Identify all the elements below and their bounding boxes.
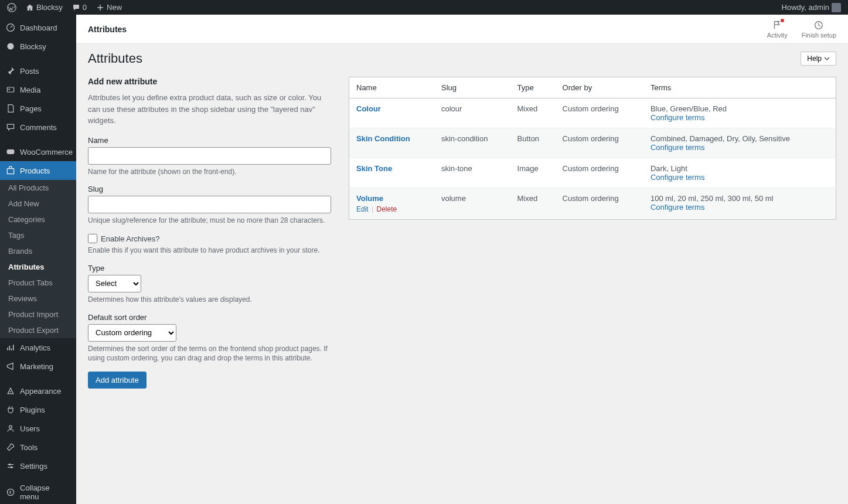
table-row: Colour colour Mixed Custom ordering Blue… [349,98,836,128]
field-name: Name Name for the attribute (shown on th… [88,136,331,177]
help-button[interactable]: Help [801,52,836,66]
menu-posts[interactable]: Posts [0,62,76,80]
attr-slug: skin-condition [434,128,510,158]
menu-label: Marketing [20,362,53,371]
configure-terms-link[interactable]: Configure terms [651,203,704,212]
attr-slug: volume [434,188,510,220]
sub-product-export[interactable]: Product Export [0,322,76,338]
sub-attributes[interactable]: Attributes [0,259,76,275]
appearance-icon [6,386,15,396]
two-column-layout: Add new attribute Attributes let you def… [88,77,836,389]
activity-button[interactable]: Activity [767,20,788,39]
comments-count: 0 [83,3,87,12]
menu-comments[interactable]: Comments [0,118,76,137]
menu-products[interactable]: Products [0,161,76,180]
blocksy-icon [6,42,15,51]
comment-icon [72,4,80,12]
sub-all-products[interactable]: All Products [0,180,76,196]
sub-product-tabs[interactable]: Product Tabs [0,275,76,291]
attributes-table-wrap: Name Slug Type Order by Terms Colour col… [349,77,836,220]
slug-input[interactable] [88,196,331,213]
sort-select[interactable]: Custom ordering [88,324,176,342]
svg-rect-6 [7,169,13,174]
tools-icon [6,442,15,452]
attr-slug: skin-tone [434,158,510,188]
svg-rect-5 [7,149,15,154]
field-slug: Slug Unique slug/reference for the attri… [88,185,331,226]
menu-tools[interactable]: Tools [0,438,76,457]
menu-marketing[interactable]: Marketing [0,357,76,376]
pin-icon [6,66,15,76]
howdy-link[interactable]: Howdy, admin [779,3,843,12]
sort-label: Default sort order [88,313,331,322]
analytics-icon [6,343,15,352]
comments-link[interactable]: 0 [70,3,89,12]
archives-label: Enable Archives? [101,234,159,243]
menu-label: Users [20,424,40,433]
sub-tags[interactable]: Tags [0,227,76,243]
finish-setup-button[interactable]: Finish setup [802,20,836,39]
sub-product-import[interactable]: Product Import [0,307,76,322]
menu-appearance[interactable]: Appearance [0,382,76,400]
menu-settings[interactable]: Settings [0,457,76,475]
type-select[interactable]: Select [88,275,141,292]
attr-slug: colour [434,98,510,128]
menu-label: Pages [20,104,42,113]
sub-add-new[interactable]: Add New [0,196,76,212]
collapse-icon [6,488,15,497]
menu-users[interactable]: Users [0,419,76,438]
menu-media[interactable]: Media [0,80,76,99]
new-link[interactable]: New [94,3,124,12]
attr-type: Mixed [510,188,556,220]
menu-blocksy[interactable]: Blocksy [0,37,76,56]
sub-reviews[interactable]: Reviews [0,291,76,307]
menu-dashboard[interactable]: Dashboard [0,18,76,37]
menu-analytics[interactable]: Analytics [0,338,76,357]
users-icon [6,424,15,433]
attr-name-link[interactable]: Skin Tone [356,164,392,173]
sub-categories[interactable]: Categories [0,212,76,227]
menu-plugins[interactable]: Plugins [0,400,76,419]
menu-label: Blocksy [20,42,46,51]
header-actions: Activity Finish setup [767,20,836,39]
sub-brands[interactable]: Brands [0,243,76,259]
name-input[interactable] [88,147,331,165]
type-help: Determines how this attribute's values a… [88,295,331,305]
menu-label: Appearance [20,387,61,396]
avatar [832,3,841,12]
th-type: Type [510,77,556,98]
menu-collapse[interactable]: Collapse menu [0,479,76,504]
delete-link[interactable]: Delete [377,205,397,213]
topbar-left: Blocksy 0 New [5,3,124,12]
header-title: Attributes [88,25,127,34]
menu-label: Posts [20,67,39,76]
archives-checkbox[interactable] [88,234,97,243]
attr-type: Image [510,158,556,188]
table-row: Skin Tone skin-tone Image Custom orderin… [349,158,836,188]
attr-name-link[interactable]: Skin Condition [356,134,410,143]
slug-help: Unique slug/reference for the attribute;… [88,216,331,226]
wp-logo[interactable] [5,3,19,12]
configure-terms-link[interactable]: Configure terms [651,143,704,152]
type-label: Type [88,264,331,273]
site-link[interactable]: Blocksy [23,3,65,12]
admin-sidebar: Dashboard Blocksy Posts Media Pages Comm… [0,15,76,504]
attr-terms: Dark, Light [651,164,687,173]
attr-name-link[interactable]: Colour [356,104,381,113]
configure-terms-link[interactable]: Configure terms [651,173,704,182]
attr-terms: 100 ml, 20 ml, 250 ml, 300 ml, 50 ml [651,194,774,203]
chevron-down-icon [824,56,830,62]
menu-label: Products [20,166,50,175]
clock-icon [813,20,824,30]
menu-woocommerce[interactable]: WooCommerce [0,142,76,161]
attr-name-link[interactable]: Volume [356,194,383,203]
attr-orderby: Custom ordering [556,158,643,188]
edit-link[interactable]: Edit [356,205,369,213]
add-attribute-button[interactable]: Add attribute [88,372,147,389]
configure-terms-link[interactable]: Configure terms [651,113,704,122]
page-title: Attributes [88,51,142,66]
content-area: Attributes Activity Finish setup Attribu… [76,15,848,504]
menu-pages[interactable]: Pages [0,99,76,118]
svg-rect-3 [7,87,13,92]
attr-orderby: Custom ordering [556,98,643,128]
